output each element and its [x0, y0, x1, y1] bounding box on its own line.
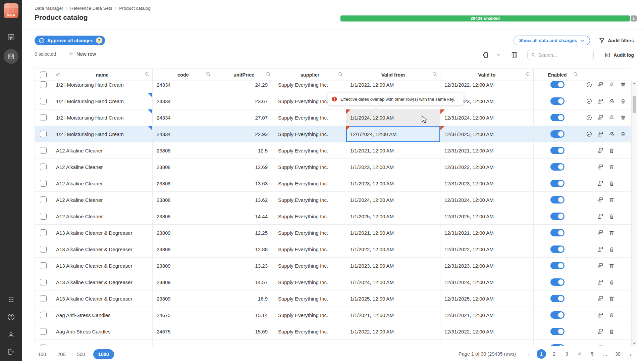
app-logo[interactable]: MGR: [4, 3, 18, 18]
row-checkbox[interactable]: [40, 164, 47, 170]
page-button-5[interactable]: 5: [588, 349, 597, 359]
unit-price-cell[interactable]: 14.44: [214, 208, 274, 224]
delete-row-icon[interactable]: [620, 131, 626, 137]
code-cell[interactable]: 24675: [153, 307, 214, 323]
unit-price-cell[interactable]: 13.63: [214, 175, 274, 191]
code-cell[interactable]: 24334: [153, 126, 214, 142]
name-cell[interactable]: Aag Anti-Stress Candles: [52, 323, 153, 340]
unit-price-cell[interactable]: 15.69: [214, 323, 274, 340]
row-checkbox[interactable]: [40, 345, 47, 346]
row-checkbox[interactable]: [40, 312, 47, 318]
unit-price-cell[interactable]: 12.88: [214, 241, 274, 257]
code-cell[interactable]: 23809: [153, 274, 214, 290]
name-cell[interactable]: 1/2 l Moisturising Hand Cream: [52, 109, 153, 126]
discard-changes-icon[interactable]: [608, 98, 615, 104]
sidebar-item-reference-data-sets[interactable]: [4, 49, 18, 64]
breadcrumb-item[interactable]: Data Manager: [35, 6, 63, 11]
apps-grid-icon[interactable]: [7, 295, 15, 304]
unit-price-cell[interactable]: 23.67: [214, 93, 274, 109]
scroll-up-arrow[interactable]: [632, 81, 637, 86]
name-cell[interactable]: 1/2 l Moisturising Hand Cream: [52, 81, 153, 93]
code-cell[interactable]: 23808: [153, 159, 214, 175]
unit-price-cell[interactable]: 12.69: [214, 159, 274, 175]
supplier-cell[interactable]: Supply Everything Inc.: [274, 323, 346, 340]
supplier-cell[interactable]: Supply Everything Inc.: [274, 274, 346, 290]
name-cell[interactable]: Aag Anti-Stress Candles: [52, 307, 153, 323]
column-header-valid-to[interactable]: Valid to: [440, 69, 534, 81]
column-header-enabled[interactable]: Enabled: [534, 69, 581, 81]
unit-price-cell[interactable]: 13.23: [214, 258, 274, 274]
search-input[interactable]: [538, 52, 590, 58]
delete-row-icon[interactable]: [608, 279, 615, 285]
supplier-cell[interactable]: Supply Everything Inc.: [274, 142, 346, 159]
valid-to-cell[interactable]: 12/31/2025, 12:00 AM: [440, 208, 534, 224]
enabled-toggle[interactable]: [550, 130, 565, 138]
code-cell[interactable]: 23809: [153, 290, 214, 307]
valid-from-cell[interactable]: 1/1/2021, 12:00 AM: [346, 307, 440, 323]
supplier-cell[interactable]: Supply Everything Inc.: [274, 241, 346, 257]
row-checkbox[interactable]: [40, 196, 47, 203]
valid-from-cell[interactable]: 1/1/2024, 12:00 AM: [346, 192, 440, 208]
supplier-cell[interactable]: Supply Everything Inc.: [274, 225, 346, 241]
next-page-button[interactable]: ›: [626, 349, 635, 359]
discard-changes-icon[interactable]: [608, 81, 615, 88]
enabled-toggle[interactable]: [550, 97, 565, 105]
column-header-code[interactable]: code: [153, 69, 214, 81]
row-checkbox[interactable]: [40, 98, 47, 104]
valid-to-cell[interactable]: 12/31/2024, 12:00 AM: [440, 192, 534, 208]
unit-price-cell[interactable]: 15.14: [214, 307, 274, 323]
valid-from-cell[interactable]: 1/1/2023, 12:00 AM: [346, 340, 440, 346]
duplicate-row-icon[interactable]: [597, 98, 604, 104]
delete-row-icon[interactable]: [620, 82, 626, 88]
row-checkbox[interactable]: [40, 262, 47, 269]
row-checkbox[interactable]: [40, 213, 47, 220]
enabled-toggle[interactable]: [550, 196, 565, 204]
valid-from-cell[interactable]: 1/1/2022, 12:00 AM: [346, 81, 440, 93]
code-cell[interactable]: 24334: [153, 93, 214, 109]
row-checkbox[interactable]: [40, 328, 47, 335]
table-search[interactable]: [527, 50, 594, 60]
page-button-3[interactable]: 3: [562, 349, 572, 359]
approve-row-icon[interactable]: [586, 98, 592, 104]
duplicate-row-icon[interactable]: [597, 81, 604, 88]
row-checkbox[interactable]: [40, 180, 47, 187]
column-search-icon[interactable]: [144, 72, 150, 78]
delete-row-icon[interactable]: [608, 328, 615, 335]
duplicate-row-icon[interactable]: [597, 246, 604, 253]
new-row-button[interactable]: New row: [68, 51, 96, 57]
show-all-data-dropdown[interactable]: Show all data and changes: [514, 36, 590, 45]
name-cell[interactable]: A13 Alkaline Cleaner & Degreaser: [52, 225, 153, 241]
code-cell[interactable]: 24675: [153, 323, 214, 340]
enabled-toggle[interactable]: [550, 229, 565, 236]
unit-price-cell[interactable]: 13.62: [214, 192, 274, 208]
supplier-cell[interactable]: Supply Everything Inc.: [274, 192, 346, 208]
duplicate-row-icon[interactable]: [597, 312, 604, 318]
code-cell[interactable]: 24334: [153, 109, 214, 126]
export-button[interactable]: [482, 51, 489, 59]
valid-to-cell[interactable]: 12/31/2021, 12:00 AM: [440, 142, 534, 159]
row-checkbox[interactable]: [40, 246, 47, 253]
enabled-toggle[interactable]: [550, 81, 565, 88]
enabled-toggle[interactable]: [550, 278, 565, 286]
valid-to-cell[interactable]: 12/31/2022, 12:00 AM: [440, 323, 534, 340]
discard-changes-icon[interactable]: [608, 114, 615, 121]
code-cell[interactable]: 23808: [153, 175, 214, 191]
valid-from-cell[interactable]: 12/1/2024, 12:00 AM: [346, 126, 440, 142]
page-button-1[interactable]: 1: [537, 349, 546, 359]
name-cell[interactable]: A12 Alkaline Cleaner: [52, 208, 153, 224]
select-all-checkbox[interactable]: [40, 72, 47, 78]
duplicate-row-icon[interactable]: [597, 295, 604, 302]
enabled-toggle[interactable]: [550, 295, 565, 302]
code-cell[interactable]: 23808: [153, 142, 214, 159]
page-size-option[interactable]: 200: [54, 350, 69, 359]
approve-all-changes-button[interactable]: Approve all changes 7: [35, 36, 105, 45]
row-checkbox[interactable]: [40, 279, 47, 285]
delete-row-icon[interactable]: [608, 164, 615, 170]
duplicate-row-icon[interactable]: [597, 328, 604, 335]
column-search-icon[interactable]: [338, 72, 343, 78]
valid-to-cell[interactable]: 12/31/2021, 12:00 AM: [440, 225, 534, 241]
supplier-cell[interactable]: Supply Everything Inc.: [274, 340, 346, 346]
column-search-icon[interactable]: [525, 72, 531, 78]
column-search-icon[interactable]: [206, 72, 211, 78]
duplicate-row-icon[interactable]: [597, 196, 604, 203]
